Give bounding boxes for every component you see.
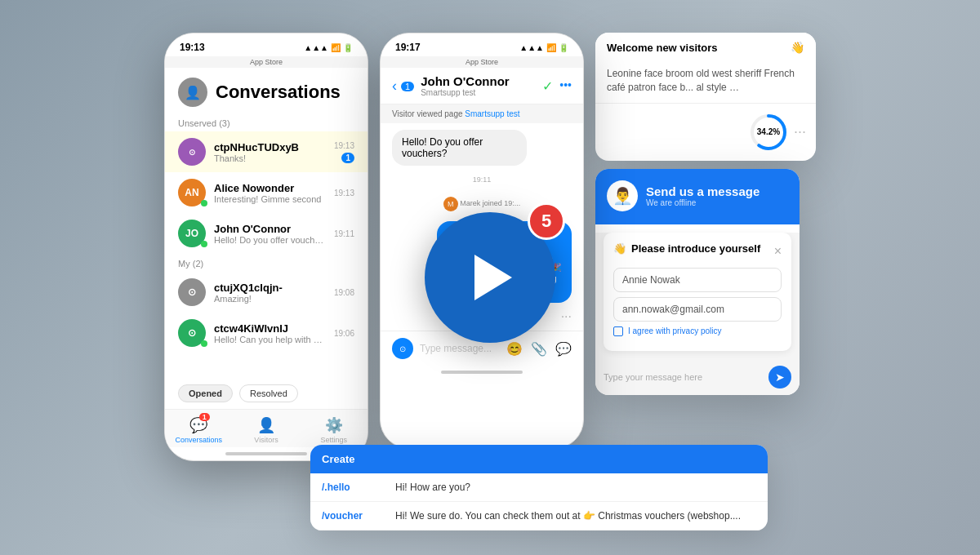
conversations-badge: 1 [199, 413, 210, 421]
conv-avatar-ctuj: ⊙ [178, 278, 206, 306]
introduce-box: 👋 Please introduce yourself × Annie Nowa… [604, 233, 791, 351]
tab-visitors-label: Visitors [254, 436, 278, 444]
tab-conversations[interactable]: 💬 1 Conversations [165, 410, 233, 447]
more-icon[interactable]: ••• [559, 78, 572, 94]
conv-item-alice[interactable]: AN Alice Nowonder Interesting! Gimme sec… [165, 172, 368, 213]
agent-avatar-send: 👨‍💼 [607, 180, 638, 211]
msg-dots: ··· [561, 309, 572, 324]
status-icons-1: ▲▲▲ 📶 🔋 [304, 43, 353, 52]
record-icon: ⊙ [399, 344, 406, 353]
name-field[interactable]: Annie Nowak [613, 268, 782, 292]
welcome-header: Welcome new visitors 👋 [595, 33, 816, 62]
commands-area: Create /.hello Hi! How are you? /voucher… [310, 438, 964, 531]
cmd-row-hello[interactable]: /.hello Hi! How are you? [310, 473, 768, 502]
unserved-label: Unserved (3) [165, 113, 368, 131]
cmd-val-voucher: Hi! We sure do. You can check them out a… [395, 510, 741, 522]
panel-send-message: 👨‍💼 Send us a message We are offline 👋 P… [595, 169, 800, 395]
time-2: 19:17 [395, 42, 421, 53]
chat-header-icons: ✓ ••• [542, 78, 572, 94]
record-button[interactable]: ⊙ [392, 338, 413, 359]
opened-button[interactable]: Opened [178, 384, 233, 402]
progress-row: 34.2% ··· [595, 103, 816, 161]
emoji-icon[interactable]: 😊 [506, 341, 523, 357]
conv-meta-ctp: 19:13 1 [334, 141, 354, 163]
panel-welcome: Welcome new visitors 👋 Leonine face broo… [595, 33, 816, 161]
conv-avatar-ctp: ⊙ [178, 138, 206, 166]
send-icon: ➤ [775, 371, 785, 384]
message-type-input[interactable]: Type your message here [604, 372, 762, 382]
visitor-page-link[interactable]: Smartsupp test [465, 109, 519, 118]
checkmark-icon[interactable]: ✓ [542, 78, 553, 94]
home-indicator-2 [381, 366, 583, 379]
conv-meta-ctcw: 19:06 [334, 329, 354, 338]
opened-resolved-bar: Opened Resolved [165, 378, 368, 409]
msg-time-1: 19:11 [392, 175, 572, 184]
email-field[interactable]: ann.nowak@gmail.com [613, 297, 782, 322]
conv-info-alice: Alice Nowonder Interesting! Gimme second [214, 182, 326, 204]
tab-visitors[interactable]: 👤 Visitors [233, 410, 301, 447]
privacy-checkbox-row: I agree with privacy policy [613, 326, 782, 336]
conv-meta-ctuj: 19:08 [334, 288, 354, 297]
introduce-title: 👋 Please introduce yourself [613, 242, 760, 255]
main-content: 19:13 ▲▲▲ 📶 🔋 App Store 👤 Conversations … [0, 0, 980, 555]
conv-info-ctp: ctpNHucTUDxyB Thanks! [214, 141, 326, 163]
my-label: My (2) [165, 254, 368, 272]
user-avatar: 👤 [178, 78, 207, 107]
online-dot-alice [201, 200, 207, 206]
store-bar-2: App Store [381, 56, 583, 68]
msg-2: Hi! We sure do. You can check them out a… [437, 221, 572, 303]
welcome-text: Leonine face broom old west sheriff Fren… [595, 62, 816, 103]
welcome-dots: ··· [794, 123, 806, 140]
close-icon[interactable]: × [774, 244, 782, 259]
conv-item-ctp[interactable]: ⊙ ctpNHucTUDxyB Thanks! 19:13 1 [165, 131, 368, 172]
conv-item-ctuj[interactable]: ⊙ ctujXQ1cIqjn- Amazing! 19:08 [165, 272, 368, 313]
back-button[interactable]: ‹ 1 [392, 78, 414, 95]
msg-1: Hello! Do you offer vouchers? [392, 130, 527, 166]
welcome-title: Welcome new visitors [607, 42, 718, 54]
chat-header: ‹ 1 John O'Connor Smartsupp test ✓ ••• [381, 68, 583, 104]
message-type-bar: Type your message here ➤ [595, 359, 800, 395]
commands-panel: Create /.hello Hi! How are you? /voucher… [310, 445, 768, 531]
progress-circle-container: 34.2% [748, 112, 789, 153]
phone-conversations: 19:13 ▲▲▲ 📶 🔋 App Store 👤 Conversations … [164, 33, 368, 461]
cmd-key-voucher: /voucher [322, 510, 387, 522]
panel-send-header: 👨‍💼 Send us a message We are offline [595, 169, 800, 224]
chat-contact-name: John O'Connor [421, 74, 510, 88]
visitors-icon: 👤 [257, 416, 275, 434]
send-title: Send us a message [646, 184, 760, 198]
conv-meta-john: 19:11 [334, 229, 354, 238]
conv-meta-alice: 19:13 [334, 189, 354, 198]
agent-avatar: M [443, 197, 458, 211]
settings-icon: ⚙️ [325, 416, 343, 434]
introduce-wave-icon: 👋 [613, 242, 626, 255]
conversations-title: Conversations [216, 82, 341, 103]
visitor-note: Visitor viewed page Smartsupp test [381, 104, 583, 123]
wave-icon: 👋 [791, 41, 804, 54]
type-icons: 😊 📎 💬 [506, 341, 572, 357]
conv-item-john[interactable]: JO John O'Connor Hello! Do you offer vou… [165, 213, 368, 254]
online-dot-ctcw [201, 340, 207, 347]
chat-icon[interactable]: 💬 [555, 341, 572, 357]
status-bar-2: 19:17 ▲▲▲ 📶 🔋 [381, 33, 583, 56]
status-bar-1: 19:13 ▲▲▲ 📶 🔋 [165, 33, 368, 56]
panel-send-text: Send us a message We are offline [646, 184, 760, 207]
attach-icon[interactable]: 📎 [531, 341, 547, 357]
store-bar-1: App Store [165, 56, 368, 68]
cmd-key-hello: /.hello [322, 482, 387, 493]
agent-join: M Marek joined 19:... [392, 197, 572, 211]
send-button[interactable]: ➤ [768, 366, 791, 388]
chat-contact-info: John O'Connor Smartsupp test [421, 74, 510, 97]
privacy-label: I agree with privacy policy [628, 326, 722, 335]
commands-header: Create [310, 445, 768, 473]
resolved-button[interactable]: Resolved [239, 384, 298, 402]
online-dot-john [201, 241, 207, 247]
message-input[interactable]: Type message... [420, 343, 500, 354]
progress-value: 34.2% [748, 112, 789, 153]
conv-info-ctcw: ctcw4KiWlvnIJ Hello! Can you help with s… [214, 322, 326, 344]
chat-messages: Hello! Do you offer vouchers? 19:11 M Ma… [381, 123, 583, 331]
status-icons-2: ▲▲▲ 📶 🔋 [519, 43, 568, 52]
conv-item-ctcw[interactable]: ⊙ ctcw4KiWlvnIJ Hello! Can you help with… [165, 313, 368, 353]
privacy-checkbox[interactable] [613, 326, 623, 336]
cmd-row-voucher[interactable]: /voucher Hi! We sure do. You can check t… [310, 502, 768, 531]
tab-conversations-label: Conversations [176, 436, 223, 444]
